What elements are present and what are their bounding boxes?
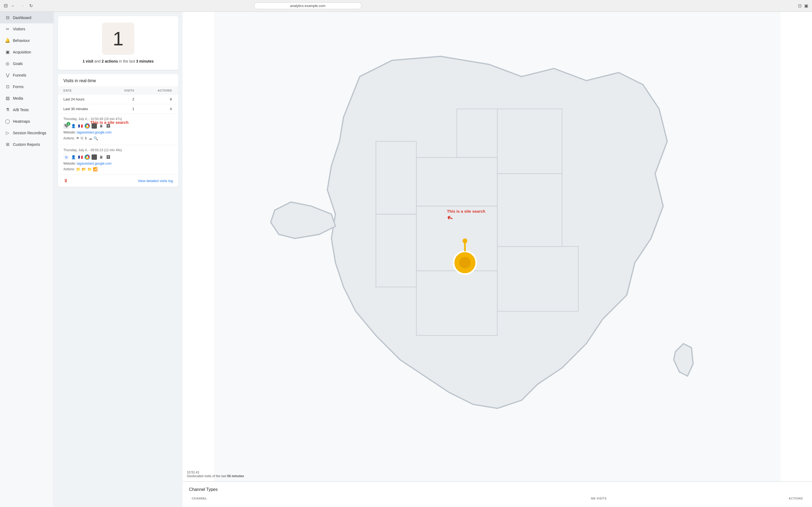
pause-button[interactable]: ⏸ bbox=[63, 178, 68, 184]
session-recordings-icon: ▷ bbox=[5, 130, 10, 135]
sidebar: ⊟ Dashboard ∞ Visitors 🔔 Behaviour ▣ Acq… bbox=[0, 12, 54, 507]
app-layout: ⊟ Dashboard ∞ Visitors 🔔 Behaviour ▣ Acq… bbox=[0, 12, 812, 507]
sidebar-label-custom-reports: Custom Reports bbox=[13, 142, 40, 147]
sidebar-label-visitors: Visitors bbox=[13, 27, 25, 31]
sidebar-toggle-icon[interactable]: ⊟ bbox=[4, 3, 8, 9]
visit-count-label: 1 visit bbox=[83, 59, 94, 63]
avatar-icon-2: 👤 bbox=[70, 154, 76, 160]
back-button[interactable]: ← bbox=[9, 3, 17, 9]
visit-timestamp-2: Thursday, July 4, - 09:55:23 (12 min 49s… bbox=[63, 148, 173, 152]
svg-rect-10 bbox=[92, 154, 97, 160]
sidebar-label-funnels: Funnels bbox=[13, 73, 26, 77]
sidebar-label-media: Media bbox=[13, 96, 23, 101]
realtime-table: DATE VISITS ACTIONS Last 24 hours 2 8 La… bbox=[58, 87, 178, 114]
map-section: 10:51:41 Geolocated visits of the last 5… bbox=[183, 12, 812, 482]
sidebar-item-visitors[interactable]: ∞ Visitors bbox=[0, 23, 53, 35]
sidebar-label-goals: Goals bbox=[13, 61, 23, 66]
media-icon: ▨ bbox=[5, 96, 10, 101]
view-log-link[interactable]: View detailed visits log bbox=[138, 179, 173, 183]
table-row: Last 30 minutes 1 4 bbox=[58, 104, 178, 114]
annotation-text: This is a site search bbox=[90, 120, 129, 125]
cloud-action-icon: ☁ bbox=[89, 136, 93, 140]
channel-col-header: CHANNEL bbox=[189, 496, 397, 501]
row2-label: Last 30 minutes bbox=[58, 104, 109, 114]
sidebar-item-dashboard[interactable]: ⊟ Dashboard bbox=[0, 12, 53, 23]
col-visits: VISITS bbox=[109, 87, 141, 95]
sidebar-item-behaviour[interactable]: 🔔 Behaviour bbox=[0, 35, 53, 46]
website-label-1: Website: bbox=[63, 130, 77, 134]
actions-label-2: Actions: bbox=[63, 167, 75, 171]
svg-point-3 bbox=[86, 125, 88, 127]
chrome-icon-2 bbox=[84, 154, 90, 160]
sidebar-item-heatmaps[interactable]: ◯ Heatmaps bbox=[0, 115, 53, 127]
sidebar-item-abtests[interactable]: ⚗ A/B Tests bbox=[0, 104, 53, 115]
sidebar-item-goals[interactable]: ◎ Goals bbox=[0, 58, 53, 69]
window-expand-icon[interactable]: ⊡ bbox=[798, 3, 802, 8]
sidebar-item-session-recordings[interactable]: ▷ Session Recordings bbox=[0, 127, 53, 138]
signal-action-icon: 📶 bbox=[93, 167, 98, 171]
acquisition-icon: ▣ bbox=[5, 49, 10, 55]
window-split-icon[interactable]: ▣ bbox=[804, 3, 808, 8]
website-url-1[interactable]: tagassistant.google.com bbox=[77, 130, 111, 134]
col-actions: ACTIONS bbox=[141, 87, 178, 95]
time-label: 3 minutes bbox=[136, 59, 154, 63]
svg-text:G: G bbox=[65, 155, 68, 159]
reload-button[interactable]: ↻ bbox=[27, 3, 35, 9]
col-date: DATE bbox=[58, 87, 109, 95]
sidebar-item-media[interactable]: ▨ Media bbox=[0, 92, 53, 104]
annotation-float: This is a site search bbox=[90, 120, 129, 125]
flag-france-icon: 🇫🇷 bbox=[77, 123, 83, 129]
map-geo-minutes: 56 minutes bbox=[227, 474, 244, 478]
left-panel: 1 1 visit and 2 actions in the last 3 mi… bbox=[54, 12, 183, 507]
row1-label: Last 24 hours bbox=[58, 95, 109, 104]
custom-reports-icon: ⊞ bbox=[5, 142, 10, 147]
sidebar-item-forms[interactable]: ⊡ Forms bbox=[0, 81, 53, 92]
row1-visits: 2 bbox=[109, 95, 141, 104]
browser-nav-buttons: ⊟ ← → ↻ bbox=[4, 3, 35, 9]
map-timestamp: 10:51:41 Geolocated visits of the last 5… bbox=[187, 470, 244, 478]
channel-types-title: Channel Types bbox=[189, 487, 806, 492]
visit-summary: 1 visit and 2 actions in the last 3 minu… bbox=[64, 59, 172, 63]
annotation-row: Actions: ⚑ ⧉ ⬆ ☁ 🔍 bbox=[63, 136, 173, 140]
svg-point-9 bbox=[86, 156, 88, 158]
visit-footer: ⏸ View detailed visits log bbox=[58, 175, 178, 187]
avatar-icon: 👤 bbox=[70, 123, 76, 129]
apple-icon-2 bbox=[91, 154, 97, 160]
image-icon-2: 🖼 bbox=[105, 154, 111, 160]
website-label-2: Website: bbox=[63, 162, 77, 165]
visitors-icon: ∞ bbox=[5, 26, 10, 32]
visit-website-2: Website: tagassistant.google.com bbox=[63, 162, 173, 165]
visit-number: 1 bbox=[113, 29, 123, 48]
sidebar-item-funnels[interactable]: ⋁ Funnels bbox=[0, 69, 53, 81]
website-url-2[interactable]: tagassistant.google.com bbox=[77, 162, 111, 165]
flag-action-icon: ⚑ bbox=[76, 136, 79, 140]
window-controls: ⊡ ▣ bbox=[798, 3, 808, 8]
sidebar-item-custom-reports[interactable]: ⊞ Custom Reports bbox=[0, 138, 53, 150]
visit-website-1: Website: tagassistant.google.com bbox=[63, 130, 173, 134]
table-row: Last 24 hours 2 8 bbox=[58, 95, 178, 104]
sidebar-label-dashboard: Dashboard bbox=[13, 15, 32, 20]
folder3-action-icon: 📁 bbox=[87, 167, 92, 171]
upload-action-icon: ⬆ bbox=[84, 136, 88, 140]
actions-col-header: ACTIONS bbox=[609, 496, 805, 501]
funnels-icon: ⋁ bbox=[5, 72, 10, 77]
visit-actions-row-1: Actions: ⚑ ⧉ ⬆ ☁ 🔍 bbox=[63, 136, 98, 140]
tag-badge: 1 bbox=[67, 122, 70, 126]
sidebar-item-acquisition[interactable]: ▣ Acquisition bbox=[0, 46, 53, 58]
right-panel: 10:51:41 Geolocated visits of the last 5… bbox=[183, 12, 812, 507]
channel-section: Channel Types CHANNEL NB VISITS ACTIONS bbox=[183, 482, 812, 507]
goals-icon: ◎ bbox=[5, 61, 10, 66]
browser-chrome: ⊟ ← → ↻ analytics.example.com ⊡ ▣ bbox=[0, 0, 812, 12]
sidebar-label-forms: Forms bbox=[13, 84, 23, 89]
chrome-icon bbox=[84, 123, 90, 129]
visit-entry-2: Thursday, July 4, - 09:55:23 (12 min 49s… bbox=[58, 145, 178, 175]
folder-action-icon: 📁 bbox=[76, 167, 80, 171]
sidebar-label-heatmaps: Heatmaps bbox=[13, 119, 30, 123]
address-bar[interactable]: analytics.example.com bbox=[254, 2, 361, 9]
forward-button[interactable]: → bbox=[18, 3, 26, 9]
behaviour-icon: 🔔 bbox=[5, 38, 10, 43]
channel-types-table: CHANNEL NB VISITS ACTIONS bbox=[189, 495, 806, 502]
realtime-card: Visits in real-time DATE VISITS ACTIONS … bbox=[58, 74, 178, 187]
actions-count-label: 2 actions bbox=[102, 59, 118, 63]
svg-point-15 bbox=[462, 238, 467, 243]
